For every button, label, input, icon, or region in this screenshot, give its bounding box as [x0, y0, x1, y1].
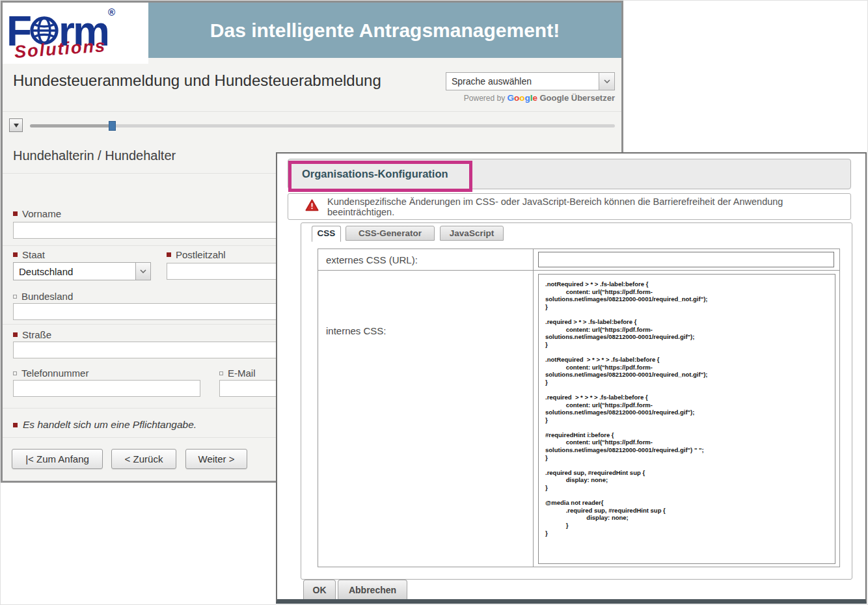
telefonnummer-label: Telefonnummer	[13, 368, 88, 379]
external-css-row: externes CSS (URL):	[318, 249, 839, 271]
back-button[interactable]: < Zurück	[111, 449, 176, 469]
progress-dropdown-button[interactable]	[9, 118, 23, 132]
google-translate-attribution: Powered by Google Google Übersetzer	[407, 93, 615, 103]
organisations-konfiguration-dialog: Organisations-Konfiguration Kundenspezif…	[276, 152, 867, 604]
section-heading: Hundehalterin / Hundehalter	[13, 148, 176, 163]
page-title: Hundesteueranmeldung und Hundesteuerabme…	[13, 72, 381, 90]
required-marker-icon	[167, 252, 171, 257]
required-note: Es handelt sich um eine Pflichtangabe.	[13, 419, 197, 431]
internal-css-row: internes CSS: .notRequired > * > .fs-lab…	[318, 271, 839, 567]
configuration-panel: CSS CSS-Generator JavaScript externes CS…	[301, 222, 852, 580]
registered-trademark: ®	[108, 7, 115, 18]
telefonnummer-input[interactable]	[13, 380, 200, 397]
banner-slogan: Das intelligente Antragsmanagement!	[148, 3, 621, 58]
optional-marker-icon	[219, 371, 223, 375]
screenshot-canvas: F rm ® Solutions Das intelligente Antrag…	[0, 0, 868, 605]
progress-slider-handle[interactable]	[109, 121, 116, 131]
form-solutions-logo: F rm ® Solutions	[3, 3, 148, 64]
optional-marker-icon	[13, 371, 17, 375]
chevron-down-icon	[135, 263, 150, 280]
strasse-label: Straße	[13, 329, 51, 340]
powered-by-label: Powered by	[464, 94, 505, 103]
email-label: E-Mail	[219, 368, 256, 379]
css-config-table: externes CSS (URL): internes CSS: .notRe…	[318, 249, 840, 567]
cancel-button[interactable]: Abbrechen	[338, 580, 407, 599]
required-marker-icon	[13, 252, 18, 257]
internal-css-label: internes CSS:	[318, 271, 534, 567]
divider	[3, 111, 621, 112]
chevron-down-icon	[599, 73, 614, 90]
staat-label: Staat	[13, 249, 45, 260]
caret-down-icon	[14, 124, 19, 128]
warning-icon	[305, 199, 319, 214]
warning-text: Kundenspezifische Änderungen im CSS- ode…	[327, 196, 850, 217]
language-select-value: Sprache auswählen	[446, 76, 599, 87]
language-select[interactable]: Sprache auswählen	[446, 72, 615, 90]
external-css-input[interactable]	[538, 252, 834, 267]
translator-label: Google Übersetzer	[539, 93, 615, 103]
to-start-button[interactable]: |< Zum Anfang	[12, 449, 103, 469]
accessibility-warning: Kundenspezifische Änderungen im CSS- ode…	[288, 193, 851, 220]
google-logo: Google	[508, 93, 538, 103]
internal-css-code: .notRequired > * > .fs-label:before { co…	[545, 280, 831, 537]
internal-css-editor[interactable]: .notRequired > * > .fs-label:before { co…	[538, 274, 835, 564]
progress-track-filled[interactable]	[30, 124, 112, 128]
next-button[interactable]: Weiter >	[185, 449, 247, 469]
external-css-label: externes CSS (URL):	[318, 249, 534, 270]
tab-javascript[interactable]: JavaScript	[440, 226, 504, 241]
staat-select[interactable]: Deutschland	[13, 262, 151, 280]
tab-css[interactable]: CSS	[312, 226, 341, 242]
bundesland-label: Bundesland	[13, 291, 73, 302]
optional-marker-icon	[13, 295, 17, 299]
tab-css-generator[interactable]: CSS-Generator	[346, 226, 435, 241]
postleitzahl-label: Postleitzahl	[167, 249, 226, 260]
vorname-label: Vorname	[13, 208, 61, 219]
required-marker-icon	[13, 423, 18, 427]
required-marker-icon	[13, 211, 18, 216]
ok-button[interactable]: OK	[303, 580, 336, 599]
progress-track[interactable]	[112, 124, 615, 128]
dialog-title: Organisations-Konfiguration	[288, 159, 851, 189]
required-marker-icon	[13, 332, 18, 337]
